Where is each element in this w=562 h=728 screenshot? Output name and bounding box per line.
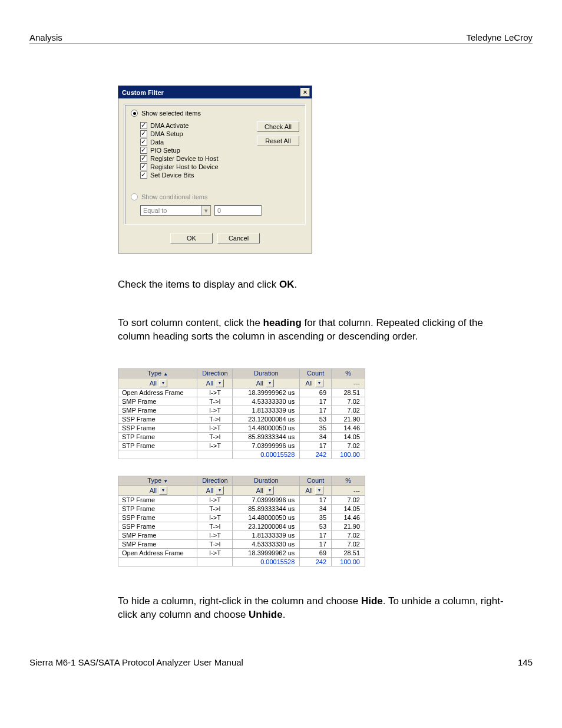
col-header-type[interactable]: Type▼	[118, 476, 197, 485]
table-row: SMP FrameI->T1.81333339 us177.02	[118, 406, 365, 414]
filter-dropdown[interactable]: ▾	[266, 379, 274, 387]
col-header-count[interactable]: Count	[300, 476, 332, 485]
radio-show-selected[interactable]	[131, 110, 138, 117]
filter-dropdown[interactable]: ▾	[216, 486, 224, 495]
custom-filter-dialog: Custom Filter × Show selected items DMA …	[118, 85, 312, 253]
table-row: STP FrameI->T7.03999996 us177.02	[118, 495, 365, 504]
table-row: STP FrameI->T7.03999996 us177.02	[118, 441, 365, 450]
checkbox[interactable]	[140, 130, 147, 137]
col-header-percent[interactable]: %	[332, 368, 365, 378]
col-header-duration[interactable]: Duration	[233, 368, 300, 378]
checkbox-label: PIO Setup	[150, 147, 180, 154]
filter-dropdown[interactable]: ▾	[216, 379, 224, 387]
radio-show-conditional-label: Show conditional items	[141, 193, 208, 200]
col-header-count[interactable]: Count	[300, 368, 332, 378]
table-row: SSP FrameT->I23.12000084 us5321.90	[118, 414, 365, 423]
checkbox[interactable]	[140, 163, 147, 170]
col-header-percent[interactable]: %	[332, 476, 365, 485]
checkbox-label: Data	[150, 139, 164, 146]
paragraph: To hide a column, right-click in the col…	[118, 595, 515, 622]
table-row: STP FrameT->I85.89333344 us3414.05	[118, 432, 365, 441]
table-row: SMP FrameI->T1.81333339 us177.02	[118, 531, 365, 539]
checkbox-label: Register Host to Device	[150, 163, 219, 170]
sort-desc-icon: ▼	[163, 479, 168, 484]
checkbox[interactable]	[140, 155, 147, 162]
table-row: Open Address FrameI->T18.39999962 us6928…	[118, 388, 365, 397]
col-header-duration[interactable]: Duration	[233, 476, 300, 485]
chevron-down-icon: ▾	[201, 206, 210, 215]
check-all-button[interactable]: Check All	[257, 121, 299, 132]
checkbox[interactable]	[140, 139, 147, 146]
condition-combo[interactable]: Equal to ▾	[140, 205, 211, 216]
paragraph: Check the items to display and click OK.	[118, 278, 515, 292]
radio-show-selected-label: Show selected items	[141, 110, 201, 117]
header-left: Analysis	[29, 32, 62, 42]
table-row: SMP FrameT->I4.53333330 us177.02	[118, 539, 365, 548]
checkbox-label: Register Device to Host	[150, 155, 219, 162]
checkbox[interactable]	[140, 172, 147, 179]
footer-left: Sierra M6-1 SAS/SATA Protocol Analyzer U…	[29, 657, 243, 667]
table-row: STP FrameT->I85.89333344 us3414.05	[118, 504, 365, 513]
cancel-button[interactable]: Cancel	[217, 233, 260, 243]
checkbox[interactable]	[140, 122, 147, 129]
col-header-direction[interactable]: Direction	[197, 368, 233, 378]
table-row: SSP FrameI->T14.48000050 us3514.46	[118, 513, 365, 522]
table-row: SMP FrameT->I4.53333330 us177.02	[118, 397, 365, 406]
table-row: SSP FrameI->T14.48000050 us3514.46	[118, 423, 365, 432]
col-header-type[interactable]: Type▲	[118, 368, 197, 378]
col-header-direction[interactable]: Direction	[197, 476, 233, 485]
checkbox-label: Set Device Bits	[150, 172, 194, 179]
condition-value-input[interactable]: 0	[214, 205, 262, 216]
header-right: Teledyne LeCroy	[466, 32, 533, 42]
filter-dropdown[interactable]: ▾	[315, 379, 323, 387]
footer-right: 145	[518, 657, 533, 667]
condition-combo-value: Equal to	[143, 207, 167, 214]
table-row: SSP FrameT->I23.12000084 us5321.90	[118, 522, 365, 531]
ok-button[interactable]: OK	[170, 233, 213, 243]
filter-items-list: DMA Activate DMA Setup Data PIO Setup Re…	[140, 121, 251, 179]
table-row: Open Address FrameI->T18.39999962 us6928…	[118, 548, 365, 557]
stats-table-desc: Type▼ Direction Duration Count % All▾ Al…	[118, 476, 365, 566]
checkbox-label: DMA Setup	[150, 130, 183, 137]
reset-all-button[interactable]: Reset All	[257, 136, 299, 146]
filter-dropdown[interactable]: ▾	[315, 486, 323, 495]
checkbox-label: DMA Activate	[150, 122, 189, 129]
dialog-title: Custom Filter	[122, 89, 164, 96]
stats-table-asc: Type▲ Direction Duration Count % All▾ Al…	[118, 368, 365, 459]
checkbox[interactable]	[140, 147, 147, 154]
close-icon[interactable]: ×	[300, 88, 310, 97]
paragraph: To sort column content, click the headin…	[118, 317, 515, 344]
filter-dropdown[interactable]: ▾	[159, 379, 167, 387]
filter-dropdown[interactable]: ▾	[266, 486, 274, 495]
sort-asc-icon: ▲	[163, 371, 168, 377]
filter-dropdown[interactable]: ▾	[159, 486, 167, 495]
radio-show-conditional[interactable]	[131, 193, 138, 200]
